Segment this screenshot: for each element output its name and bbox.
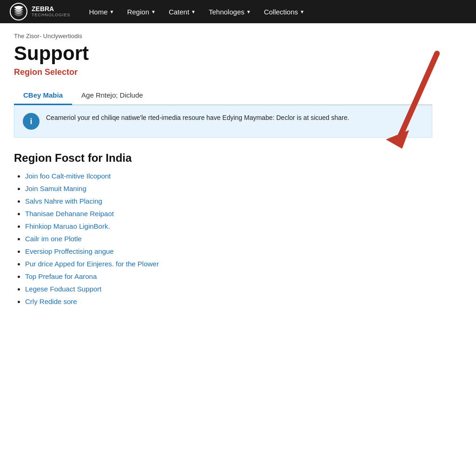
list-item: Fhinkiop Maruao LiginBork. xyxy=(25,222,432,230)
breadcrumb: The Zisor- Unclywertiodis xyxy=(14,33,432,40)
nav-item-collections[interactable]: Collections ▼ xyxy=(259,5,309,19)
nav-link-collections[interactable]: Collections ▼ xyxy=(259,5,309,19)
region-link[interactable]: Legese Foduact Support xyxy=(25,285,101,293)
logo-technologies-text: TECHNOLOGIES xyxy=(32,13,71,18)
region-link[interactable]: Fhinkiop Maruao LiginBork. xyxy=(25,222,110,230)
list-item: Eversiop Proffectising angue xyxy=(25,247,432,255)
region-selector-label: Region Selector xyxy=(14,67,432,77)
nav-region-label: Region xyxy=(127,8,149,16)
region-link[interactable]: Pur drice Apped for Einjeres. for the Pl… xyxy=(25,260,159,268)
list-item: Top Prefaue for Aarona xyxy=(25,272,432,280)
tab-cbey-mabia[interactable]: CBey Mabia xyxy=(14,86,72,105)
list-item: Join foo Calt-mitive Ilcopont xyxy=(25,172,432,180)
nav-catent-label: Catent xyxy=(169,8,189,16)
tehnologes-chevron-icon: ▼ xyxy=(246,9,251,14)
list-item: Cailr im one Plotle xyxy=(25,235,432,243)
region-section: Region Fosct for India Join foo Calt-mit… xyxy=(14,152,432,305)
list-item: Legese Foduact Support xyxy=(25,285,432,293)
list-item: Crly Redide sore xyxy=(25,298,432,305)
nav-link-home[interactable]: Home ▼ xyxy=(85,5,119,19)
list-item: Pur drice Apped for Einjeres. for the Pl… xyxy=(25,260,432,268)
nav-item-catent[interactable]: Catent ▼ xyxy=(164,5,200,19)
info-message: Ceameriol your ed chiliqe natiwe'le rted… xyxy=(46,113,349,123)
nav-tehnologes-label: Tehnologes xyxy=(209,8,245,16)
region-link[interactable]: Join foo Calt-mitive Ilcopont xyxy=(25,172,111,180)
region-link[interactable]: Crly Redide sore xyxy=(25,298,77,305)
nav-item-tehnologes[interactable]: Tehnologes ▼ xyxy=(204,5,256,19)
list-item: Salvs Nahre with Placing xyxy=(25,197,432,205)
region-chevron-icon: ▼ xyxy=(151,9,156,14)
info-icon: i xyxy=(23,113,40,130)
region-link[interactable]: Top Prefaue for Aarona xyxy=(25,272,97,280)
nav-link-region[interactable]: Region ▼ xyxy=(122,5,160,19)
page-title: Support xyxy=(14,42,432,65)
region-link[interactable]: Eversiop Proffectising angue xyxy=(25,247,114,255)
home-chevron-icon: ▼ xyxy=(110,9,114,14)
logo-zebra-text: ZEBRA xyxy=(32,6,71,13)
tabs-container: CBey Mabia Age Rntejo; Diclude xyxy=(14,86,432,105)
zebra-logo-icon xyxy=(9,2,28,21)
info-box: i Ceameriol your ed chiliqe natiwe'le rt… xyxy=(14,105,432,138)
collections-chevron-icon: ▼ xyxy=(300,9,304,14)
region-links-list: Join foo Calt-mitive IlcopontJoin Samuit… xyxy=(14,172,432,305)
logo[interactable]: ZEBRA TECHNOLOGIES xyxy=(9,2,71,21)
nav-link-catent[interactable]: Catent ▼ xyxy=(164,5,200,19)
catent-chevron-icon: ▼ xyxy=(191,9,196,14)
tab-age-rntejo[interactable]: Age Rntejo; Diclude xyxy=(72,86,152,105)
page-content: The Zisor- Unclywertiodis Support Region… xyxy=(0,23,446,319)
nav-item-region[interactable]: Region ▼ xyxy=(122,5,160,19)
nav-links: Home ▼ Region ▼ Catent ▼ Tehnologes ▼ Co xyxy=(85,5,309,19)
region-section-title: Region Fosct for India xyxy=(14,152,432,165)
region-link[interactable]: Salvs Nahre with Placing xyxy=(25,197,102,205)
list-item: Thanisae Dehanane Reipaot xyxy=(25,210,432,218)
region-link[interactable]: Thanisae Dehanane Reipaot xyxy=(25,210,114,218)
navbar: ZEBRA TECHNOLOGIES Home ▼ Region ▼ Caten… xyxy=(0,0,476,23)
nav-collections-label: Collections xyxy=(264,8,298,16)
region-link[interactable]: Join Samuit Maning xyxy=(25,185,86,192)
nav-home-label: Home xyxy=(89,8,108,16)
region-link[interactable]: Cailr im one Plotle xyxy=(25,235,82,243)
nav-item-home[interactable]: Home ▼ xyxy=(85,5,119,19)
nav-link-tehnologes[interactable]: Tehnologes ▼ xyxy=(204,5,256,19)
list-item: Join Samuit Maning xyxy=(25,185,432,192)
